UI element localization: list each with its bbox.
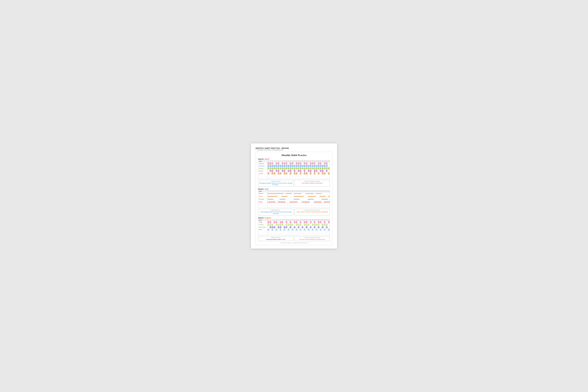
day-cell-18 bbox=[302, 192, 304, 195]
day-cell-9 bbox=[284, 165, 286, 167]
habit-mark bbox=[324, 165, 326, 167]
day-cell-13 bbox=[292, 221, 294, 224]
habit-mark bbox=[298, 165, 299, 167]
habit-mark bbox=[280, 224, 281, 226]
august-learned-box: What did you learn? Studying Spanish aga… bbox=[258, 236, 294, 241]
day-cell-19 bbox=[304, 172, 306, 174]
day-cell-14 bbox=[294, 224, 296, 226]
habit-mark bbox=[274, 226, 275, 228]
june-empty-row2 bbox=[258, 177, 330, 179]
habit-mark bbox=[292, 165, 293, 167]
streak-line bbox=[328, 196, 330, 196]
habit-mark bbox=[290, 170, 291, 172]
day-cell-18 bbox=[302, 172, 304, 174]
habit-mark bbox=[326, 226, 328, 228]
day-cell-9 bbox=[284, 224, 286, 226]
habit-mark bbox=[300, 168, 301, 170]
habit-mark bbox=[318, 168, 319, 170]
day-cell-31 bbox=[328, 167, 330, 170]
day-cell-23 bbox=[312, 165, 314, 167]
day-cell-24 bbox=[314, 162, 316, 164]
habit-mark bbox=[268, 224, 269, 226]
august-improve-q: How can you improve next month? bbox=[296, 237, 329, 238]
habit-mark bbox=[280, 168, 281, 170]
day-cell-7 bbox=[280, 167, 282, 170]
streak-line bbox=[290, 202, 298, 202]
streak-line bbox=[322, 199, 328, 200]
day-cell-1 bbox=[268, 162, 270, 164]
day-cell-24 bbox=[314, 228, 316, 231]
habit-mark bbox=[316, 170, 317, 172]
habit-mark bbox=[314, 165, 315, 167]
day-cell-6 bbox=[278, 221, 280, 224]
day-cell-3 bbox=[272, 221, 274, 224]
habit-mark bbox=[322, 165, 323, 167]
day-cell-25 bbox=[316, 167, 318, 170]
day-cell-31 bbox=[328, 198, 330, 200]
day-cell-19 bbox=[304, 224, 306, 226]
habit-mark bbox=[302, 168, 303, 170]
habit-mark bbox=[322, 226, 323, 228]
habit-mark bbox=[268, 172, 269, 174]
day-cell-17 bbox=[300, 162, 302, 164]
day-cell-11 bbox=[288, 172, 290, 174]
habit-mark bbox=[270, 170, 271, 172]
habit-mark bbox=[270, 226, 271, 228]
day-cell-5 bbox=[276, 221, 278, 224]
day-cell-29 bbox=[324, 167, 326, 170]
day-cell-12 bbox=[290, 167, 292, 170]
august-improve-a: Pick up some workbooks to study more! bbox=[296, 239, 329, 240]
habit-mark bbox=[278, 165, 279, 167]
day-cell-16 bbox=[298, 224, 300, 226]
day-cell-16 bbox=[298, 170, 300, 172]
habit-mark bbox=[294, 221, 295, 223]
july-row-stretch: Stretch bbox=[258, 195, 330, 198]
habit-mark bbox=[286, 165, 287, 167]
habit-mark bbox=[328, 168, 330, 170]
habit-mark bbox=[296, 224, 297, 226]
day-cell-24 bbox=[314, 198, 316, 200]
habit-mark bbox=[306, 221, 307, 223]
day-cell-11 bbox=[288, 201, 290, 203]
day-cell-29 bbox=[324, 221, 326, 224]
habit-mark bbox=[286, 162, 287, 164]
day-cell-7 bbox=[280, 172, 282, 174]
day-cell-2 bbox=[270, 167, 272, 170]
day-cell-16 bbox=[298, 228, 300, 231]
day-cell-12 bbox=[290, 228, 292, 231]
streak-line bbox=[286, 193, 292, 194]
day-cell-28 bbox=[322, 228, 324, 231]
habit-mark bbox=[268, 229, 269, 231]
day-cell-5 bbox=[276, 170, 278, 172]
day-cell-17 bbox=[300, 167, 302, 170]
june-improve-a: Set a better routine to read more! bbox=[296, 182, 329, 184]
day-cell-19 bbox=[304, 195, 306, 198]
habit-mark bbox=[322, 224, 323, 226]
day-cell-3 bbox=[272, 167, 274, 170]
habit-mark bbox=[276, 168, 277, 170]
day-cell-4 bbox=[274, 170, 276, 172]
habit-mark bbox=[314, 170, 315, 172]
habit-mark bbox=[304, 162, 305, 164]
habit-mark bbox=[304, 221, 305, 223]
day-cell-5 bbox=[276, 162, 278, 164]
day-cell-26 bbox=[318, 226, 320, 228]
day-cell-8 bbox=[282, 228, 284, 231]
day-cell-12 bbox=[290, 195, 292, 198]
habit-mark bbox=[278, 162, 279, 164]
day-cell-25 bbox=[316, 170, 318, 172]
habit-mark bbox=[290, 165, 291, 167]
day-cell-5 bbox=[276, 167, 278, 170]
habit-mark bbox=[288, 165, 289, 167]
day-cell-10 bbox=[286, 224, 288, 226]
habit-mark bbox=[326, 162, 328, 164]
streak-line bbox=[278, 202, 286, 202]
day-cell-23 bbox=[312, 201, 314, 203]
day-cell-8 bbox=[282, 224, 284, 226]
day-cell-23 bbox=[312, 228, 314, 231]
june-improve-q: How can you improve next month? bbox=[296, 181, 329, 182]
habit-mark bbox=[308, 165, 310, 167]
day-cell-25 bbox=[316, 224, 318, 226]
july-learned-q: What did you learn? bbox=[259, 210, 292, 211]
habit-mark bbox=[292, 168, 293, 170]
